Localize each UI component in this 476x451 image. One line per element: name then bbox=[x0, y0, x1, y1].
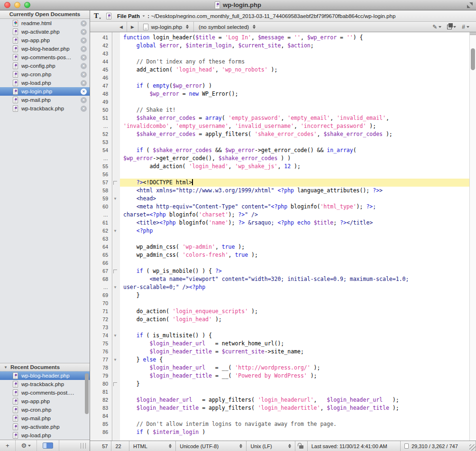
document-icon[interactable] bbox=[106, 13, 111, 19]
code-line-row[interactable]: 79 $login_header_title = __( 'Powered by… bbox=[90, 372, 469, 380]
code-line-row[interactable]: 43 bbox=[90, 50, 469, 58]
recent-document-item[interactable]: wp-cron.php bbox=[0, 406, 90, 414]
open-document-item[interactable]: wp-load.php× bbox=[0, 79, 90, 87]
open-document-item[interactable]: wp-config.php× bbox=[0, 62, 90, 70]
code-line-row[interactable]: 72 do_action( 'login_head' ); bbox=[90, 316, 469, 324]
documents-menu-button[interactable] bbox=[445, 25, 458, 29]
code-line-row[interactable]: 53 bbox=[90, 138, 469, 146]
code-line-row[interactable]: 86 if ( $interim_login ) bbox=[90, 428, 469, 436]
code-line-row[interactable]: 63 bbox=[90, 235, 469, 243]
language-dropdown[interactable]: HTML bbox=[129, 441, 176, 451]
sidebar-toggle-button[interactable] bbox=[37, 440, 59, 451]
close-window-button[interactable] bbox=[4, 2, 10, 8]
line-number-menu-button[interactable]: # bbox=[460, 24, 471, 30]
code-line-row[interactable]: 71 do_action( 'login_enqueue_scripts' ); bbox=[90, 307, 469, 316]
close-document-icon[interactable]: × bbox=[81, 89, 87, 95]
sidebar-scrollbar-thumb[interactable] bbox=[85, 373, 89, 414]
open-document-item[interactable]: wp-login.php× bbox=[0, 87, 90, 96]
recent-documents-header[interactable]: ▼ Recent Documents bbox=[0, 363, 90, 371]
document-counts-indicator[interactable]: 29,310 / 3,262 / 747 bbox=[401, 441, 476, 451]
code-line-row[interactable]: 68 <meta name="viewport" content="width=… bbox=[90, 275, 469, 283]
code-line-row[interactable]: 42 global $error, $interim_login, $curre… bbox=[90, 42, 469, 50]
code-line-row[interactable]: …charset=<?php bloginfo('charset'); ?>" … bbox=[90, 211, 469, 219]
code-line-row[interactable]: 80 } bbox=[90, 380, 469, 388]
code-line-row[interactable]: 66 bbox=[90, 259, 469, 267]
editor-scrollbar-thumb[interactable] bbox=[471, 48, 475, 70]
disclosure-triangle-icon[interactable]: ▼ bbox=[4, 365, 8, 370]
open-document-item[interactable]: wp-blog-header.php× bbox=[0, 45, 90, 53]
window-resize-grip[interactable] bbox=[469, 444, 476, 451]
code-line-row[interactable]: 49 bbox=[90, 98, 469, 106]
code-line-row[interactable]: 83 $login_header_title = apply_filters( … bbox=[90, 404, 469, 412]
code-line-row[interactable]: 78 $login_header_url = __( 'http://wordp… bbox=[90, 364, 469, 372]
open-document-item[interactable]: wp-app.php× bbox=[0, 36, 90, 45]
open-document-item[interactable]: wp-activate.php× bbox=[0, 27, 90, 36]
close-document-icon[interactable]: × bbox=[81, 46, 87, 52]
open-document-item[interactable]: wp-trackback.php× bbox=[0, 104, 90, 113]
code-line-row[interactable]: 75 $login_header_url = network_home_url(… bbox=[90, 340, 469, 348]
file-path-label[interactable]: File Path : bbox=[117, 13, 149, 19]
editor-scrollbar[interactable] bbox=[469, 32, 476, 441]
code-line-row[interactable]: 58 <html xmlns="http://www.w3.org/1999/x… bbox=[90, 187, 469, 195]
close-document-icon[interactable]: × bbox=[81, 72, 87, 78]
title-bar[interactable]: wp-login.php bbox=[0, 0, 476, 10]
code-line-row[interactable]: 85 // Don't allow interim logins to navi… bbox=[90, 420, 469, 428]
open-document-item[interactable]: readme.html× bbox=[0, 19, 90, 27]
add-document-button[interactable]: + bbox=[0, 440, 16, 451]
code-line-row[interactable]: 77▼ } else { bbox=[90, 356, 469, 364]
close-document-icon[interactable]: × bbox=[81, 29, 87, 35]
code-line-row[interactable]: …$wp_error->get_error_code(), $shake_err… bbox=[90, 154, 469, 162]
code-line-row[interactable]: 55 add_action( 'login_head', 'wp_shake_j… bbox=[90, 162, 469, 171]
open-document-item[interactable]: wp-comments-pos…× bbox=[0, 53, 90, 62]
close-document-icon[interactable]: × bbox=[81, 37, 87, 44]
symbol-dropdown[interactable]: (no symbol selected) bbox=[194, 22, 260, 32]
zoom-window-button[interactable] bbox=[24, 2, 30, 8]
recent-document-item[interactable]: wp-blog-header.php bbox=[0, 371, 90, 380]
code-line-row[interactable]: 74▼ if ( is_multisite() ) { bbox=[90, 332, 469, 340]
code-line-row[interactable]: 51 $shake_error_codes = array( 'empty_pa… bbox=[90, 114, 469, 122]
code-line-row[interactable]: 69 } bbox=[90, 291, 469, 299]
close-document-icon[interactable]: × bbox=[81, 54, 87, 61]
back-button[interactable]: ◀ bbox=[116, 22, 127, 32]
code-line-row[interactable]: 54 if ( $shake_error_codes && $wp_error-… bbox=[90, 146, 469, 154]
code-editor[interactable]: 41function login_header($title = 'Log In… bbox=[90, 32, 476, 441]
code-line-row[interactable]: 46 bbox=[90, 74, 469, 82]
code-line-row[interactable]: 44 // Don't index any of these forms bbox=[90, 58, 469, 66]
code-line-row[interactable]: 61 <title><?php bloginfo('name'); ?> &rs… bbox=[90, 219, 469, 227]
code-line-row[interactable]: 65 wp_admin_css( 'colors-fresh', true ); bbox=[90, 251, 469, 259]
code-line-row[interactable]: 52 $shake_error_codes = apply_filters( '… bbox=[90, 130, 469, 138]
code-line-row[interactable]: 41function login_header($title = 'Log In… bbox=[90, 34, 469, 42]
recent-document-item[interactable]: wp-activate.php bbox=[0, 423, 90, 431]
encoding-dropdown[interactable]: Unicode (UTF-8) bbox=[176, 441, 247, 451]
close-document-icon[interactable]: × bbox=[81, 80, 87, 86]
code-line-row[interactable]: 47 if ( empty($wp_error) ) bbox=[90, 82, 469, 90]
code-lines[interactable]: 41function login_header($title = 'Log In… bbox=[90, 34, 469, 436]
open-document-item[interactable]: wp-cron.php× bbox=[0, 70, 90, 79]
sidebar-actions-button[interactable]: ⚙ bbox=[16, 440, 37, 451]
edit-menu-button[interactable]: ✎ bbox=[430, 24, 443, 30]
minimize-window-button[interactable] bbox=[14, 2, 20, 8]
code-line-row[interactable]: …'invalidcombo', 'empty_username', 'inva… bbox=[90, 122, 469, 130]
code-line-row[interactable]: 81 bbox=[90, 388, 469, 396]
code-line-row[interactable]: 67 if ( wp_is_mobile() ) { ?> bbox=[90, 267, 469, 275]
code-line-row[interactable]: 84 bbox=[90, 412, 469, 420]
close-document-icon[interactable]: × bbox=[81, 63, 87, 69]
document-dropdown[interactable]: wp-login.php bbox=[138, 22, 193, 32]
code-line-row[interactable]: 82 $login_header_url = apply_filters( 'l… bbox=[90, 396, 469, 404]
code-line-row[interactable]: 70 bbox=[90, 299, 469, 307]
code-line-row[interactable]: 64 wp_admin_css( 'wp-admin', true ); bbox=[90, 243, 469, 251]
close-document-icon[interactable]: × bbox=[81, 106, 87, 112]
code-line-row[interactable]: 60 <meta http-equiv="Content-Type" conte… bbox=[90, 203, 469, 211]
fullscreen-icon[interactable] bbox=[467, 2, 473, 8]
code-line-row[interactable]: 76 $login_header_title = $current_site->… bbox=[90, 348, 469, 356]
sidebar-resize-grip[interactable] bbox=[81, 443, 86, 449]
code-line-row[interactable]: 59▼ <head> bbox=[90, 195, 469, 203]
recent-document-item[interactable]: wp-trackback.php bbox=[0, 380, 90, 388]
code-line-row[interactable]: 45 add_action( 'login_head', 'wp_no_robo… bbox=[90, 66, 469, 74]
recent-document-item[interactable]: wp-load.php bbox=[0, 431, 90, 440]
code-line-row[interactable]: 62▼ <?php bbox=[90, 227, 469, 235]
code-line-row[interactable]: 73 bbox=[90, 324, 469, 332]
close-document-icon[interactable]: × bbox=[81, 20, 87, 27]
recent-document-item[interactable]: wp-comments-post.… bbox=[0, 388, 90, 397]
recent-document-item[interactable]: wp-app.php bbox=[0, 397, 90, 406]
